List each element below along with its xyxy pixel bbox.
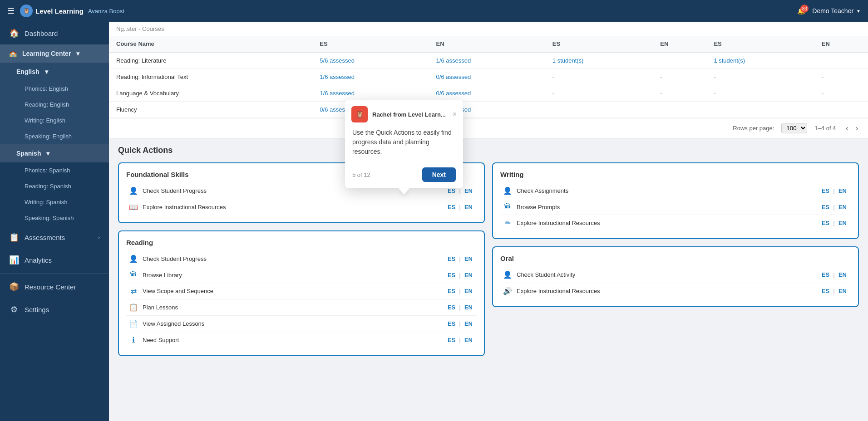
sidebar-item-learning-center[interactable]: 🏫 Learning Center ▾ <box>0 44 109 63</box>
sidebar-analytics-label: Analytics <box>25 256 100 264</box>
user-menu[interactable]: Demo Teacher ▼ <box>812 7 861 15</box>
qa-es-link[interactable]: ES <box>820 288 831 294</box>
qa-es-link[interactable]: ES <box>820 187 831 194</box>
qa-row-label: Need Support <box>143 337 442 343</box>
analytics-icon: 📊 <box>9 255 19 265</box>
sidebar-english-label: English <box>16 68 39 75</box>
qa-row-links: ES | EN <box>820 204 848 210</box>
qa-en-link[interactable]: EN <box>463 204 474 210</box>
rows-per-page-select[interactable]: 100 <box>781 123 807 133</box>
qa-en-link[interactable]: EN <box>837 288 848 294</box>
sidebar-sub-item-phonics-english[interactable]: Phonics: English <box>0 81 109 97</box>
qa-es-link[interactable]: ES <box>446 255 457 262</box>
sidebar-sub-item-phonics-spanish[interactable]: Phonics: Spanish <box>0 162 109 178</box>
assessed-link[interactable]: 1/6 assessed <box>320 73 355 80</box>
assessed-link[interactable]: 5/6 assessed <box>320 57 355 64</box>
qa-card-writing: Writing 👤 Check Assignments ES | EN 🏛 Br… <box>492 162 859 239</box>
assessed-link[interactable]: 1/6 assessed <box>436 57 471 64</box>
qa-es-link[interactable]: ES <box>446 204 457 210</box>
sidebar-sub-item-reading-english[interactable]: Reading: English <box>0 97 109 113</box>
prev-page-button[interactable]: ‹ <box>843 123 851 133</box>
col-es3: ES <box>706 36 814 52</box>
qa-en-link[interactable]: EN <box>837 271 848 278</box>
sidebar-item-resource-center[interactable]: 📦 Resource Center <box>0 275 109 298</box>
sidebar-sub-item-reading-spanish[interactable]: Reading: Spanish <box>0 178 109 194</box>
sidebar: 🏠 Dashboard 🏫 Learning Center ▾ English … <box>0 22 109 421</box>
notification-bell[interactable]: 🔔 83 <box>797 7 805 15</box>
qa-en-link[interactable]: EN <box>463 272 474 279</box>
table-row: Reading: Informational Text1/6 assessed0… <box>109 69 868 85</box>
qa-es-link[interactable]: ES <box>446 272 457 279</box>
qa-en-link[interactable]: EN <box>463 304 474 311</box>
qa-en-link[interactable]: EN <box>837 220 848 226</box>
assessed-link[interactable]: 1/6 assessed <box>320 90 355 97</box>
qa-row-links: ES | EN <box>820 187 848 194</box>
qa-reading-title: Reading <box>126 239 477 246</box>
qa-row-links: ES | EN <box>446 320 474 327</box>
qa-row-label: Plan Lessons <box>143 304 442 311</box>
hamburger-icon[interactable]: ☰ <box>7 6 15 16</box>
sidebar-item-settings[interactable]: ⚙ Settings <box>0 298 109 321</box>
assessed-link[interactable]: 1 student(s) <box>552 57 584 64</box>
qa-es-link[interactable]: ES <box>446 320 457 327</box>
qa-es-link[interactable]: ES <box>446 337 457 343</box>
sidebar-sub-item-speaking-english[interactable]: Speaking: English <box>0 128 109 144</box>
qa-es-link[interactable]: ES <box>446 187 457 194</box>
empty-cell: - <box>660 57 662 64</box>
assessed-link[interactable]: 0/6 assessed <box>436 90 471 97</box>
qa-en-link[interactable]: EN <box>837 187 848 194</box>
qa-en-link[interactable]: EN <box>463 187 474 194</box>
sidebar-item-assessments[interactable]: 📋 Assessments › <box>0 226 109 249</box>
sidebar-sub-item-writing-spanish[interactable]: Writing: Spanish <box>0 194 109 210</box>
sidebar-divider <box>0 273 109 274</box>
sidebar-item-english[interactable]: English ▾ <box>0 63 109 81</box>
qa-es-link[interactable]: ES <box>820 220 831 226</box>
sidebar-sub-item-speaking-spanish[interactable]: Speaking: Spanish <box>0 210 109 226</box>
qa-left-column: Foundational Skills 👤 Check Student Prog… <box>118 162 485 356</box>
qa-sep: | <box>458 255 462 262</box>
qa-sep: | <box>458 204 462 210</box>
qa-sep: | <box>832 288 836 294</box>
qa-row-label: View Assigned Lessons <box>143 320 442 327</box>
tooltip-close-button[interactable]: × <box>453 110 457 118</box>
oral-rows: 👤 Check Student Activity ES | EN 🔊 Explo… <box>500 267 851 299</box>
qa-row-icon: 🏛 <box>129 271 138 279</box>
qa-en-link[interactable]: EN <box>463 255 474 262</box>
qa-es-link[interactable]: ES <box>446 304 457 311</box>
assessed-link[interactable]: 0/6 assessed <box>436 73 471 80</box>
qa-sep: | <box>458 272 462 279</box>
settings-icon: ⚙ <box>9 304 19 314</box>
table-row: Fluency0/6 assessed0/6 assessed---- <box>109 102 868 118</box>
sidebar-item-analytics[interactable]: 📊 Analytics <box>0 249 109 271</box>
tooltip-next-button[interactable]: Next <box>422 167 456 182</box>
qa-row: 🔊 Explore Instructional Resources ES | E… <box>500 283 851 299</box>
empty-cell: - <box>822 90 824 97</box>
sidebar-item-dashboard[interactable]: 🏠 Dashboard <box>0 22 109 44</box>
qa-en-link[interactable]: EN <box>463 320 474 327</box>
sidebar-item-spanish[interactable]: Spanish ▾ <box>0 144 109 162</box>
clipboard-icon: 📋 <box>9 232 19 242</box>
qa-en-link[interactable]: EN <box>463 337 474 343</box>
qa-en-link[interactable]: EN <box>837 204 848 210</box>
qa-en-link[interactable]: EN <box>463 288 474 294</box>
qa-es-link[interactable]: ES <box>446 288 457 294</box>
sidebar-sub-item-writing-english[interactable]: Writing: English <box>0 113 109 128</box>
col-es1: ES <box>312 36 429 52</box>
sidebar-dashboard-label: Dashboard <box>25 29 100 37</box>
qa-row-icon: 🔊 <box>503 287 512 295</box>
qa-sep: | <box>832 271 836 278</box>
qa-writing-title: Writing <box>500 171 851 178</box>
qa-es-link[interactable]: ES <box>820 271 831 278</box>
table-header-row: Course Name ES EN ES EN ES EN <box>109 36 868 52</box>
qa-row: 📄 View Assigned Lessons ES | EN <box>126 316 477 332</box>
qa-row-icon: 🏛 <box>503 203 512 211</box>
assessed-link[interactable]: 1 student(s) <box>714 57 745 64</box>
tooltip-tail-icon <box>399 188 409 195</box>
table-row: Reading: Literature5/6 assessed1/6 asses… <box>109 52 868 69</box>
qa-es-link[interactable]: ES <box>820 204 831 210</box>
empty-cell: - <box>660 90 662 97</box>
next-page-button[interactable]: › <box>853 123 861 133</box>
quick-actions-section: Quick Actions Foundational Skills 👤 Chec… <box>109 138 868 363</box>
table-row: Language & Vocabulary1/6 assessed0/6 ass… <box>109 85 868 102</box>
chevron-down-icon: ▾ <box>76 50 79 57</box>
